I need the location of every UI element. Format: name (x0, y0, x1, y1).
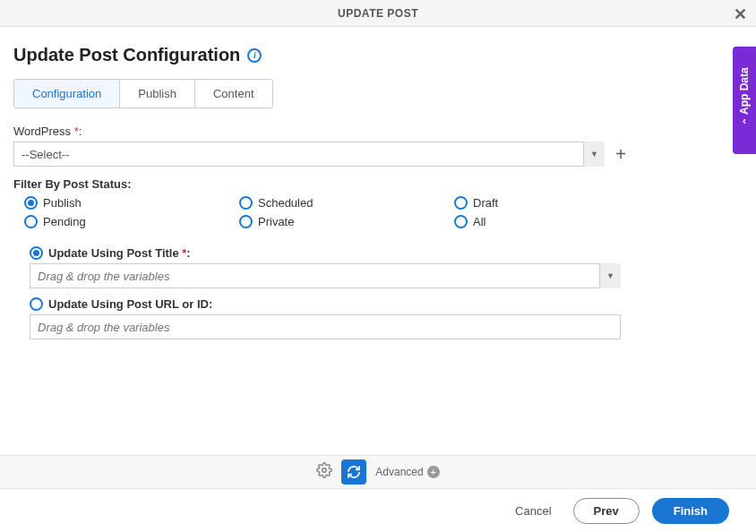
radio-update-title[interactable]: Update Using Post Title *: (30, 246, 743, 260)
info-icon[interactable]: i (247, 48, 262, 63)
close-icon[interactable]: ✕ (734, 4, 748, 24)
wordpress-select-input[interactable] (13, 142, 605, 167)
update-url-option: Update Using Post URL or ID: (30, 297, 743, 339)
modal-title: UPDATE POST (338, 7, 418, 20)
advanced-toggle[interactable]: Advanced + (375, 466, 439, 478)
radio-publish[interactable]: Publish (24, 196, 239, 210)
update-url-input-wrap (30, 314, 621, 339)
gear-icon[interactable] (316, 462, 332, 482)
radio-draft[interactable]: Draft (454, 196, 669, 210)
title-row: Update Post Configuration i (13, 45, 743, 65)
refresh-button[interactable] (341, 459, 366, 485)
radio-private[interactable]: Private (239, 215, 454, 228)
radio-icon[interactable] (454, 196, 468, 210)
footer: Cancel Prev Finish (0, 489, 756, 532)
tab-content[interactable]: Content (195, 80, 272, 107)
prev-button[interactable]: Prev (573, 498, 640, 524)
radio-icon[interactable] (30, 246, 43, 260)
svg-point-0 (322, 468, 327, 473)
radio-icon[interactable] (24, 196, 38, 210)
radio-icon[interactable] (239, 215, 253, 228)
tab-configuration[interactable]: Configuration (14, 80, 120, 107)
update-title-input-wrap: ▼ (30, 263, 621, 288)
radio-scheduled[interactable]: Scheduled (239, 196, 454, 210)
chevron-down-icon[interactable]: ▼ (599, 263, 621, 288)
radio-all[interactable]: All (454, 215, 669, 228)
wordpress-select[interactable]: ▼ (13, 142, 605, 167)
radio-icon[interactable] (239, 196, 253, 210)
radio-icon[interactable] (30, 297, 43, 311)
content-area: Update Post Configuration i Configuratio… (0, 27, 756, 339)
bottom-toolbar: Advanced + (0, 455, 756, 489)
add-wordpress-button[interactable]: + (612, 145, 630, 163)
chevron-down-icon[interactable]: ▼ (583, 142, 605, 167)
tab-publish[interactable]: Publish (120, 80, 195, 107)
wordpress-select-row: ▼ + (13, 142, 743, 167)
radio-icon[interactable] (454, 215, 468, 228)
wordpress-label: WordPress *: (13, 124, 743, 138)
filter-label: Filter By Post Status: (13, 177, 743, 191)
modal-header: UPDATE POST ✕ (0, 0, 756, 27)
cancel-button[interactable]: Cancel (506, 499, 560, 523)
tabs: Configuration Publish Content (13, 79, 273, 108)
app-data-panel-toggle[interactable]: ‹ App Data (733, 47, 756, 154)
update-title-option: Update Using Post Title *: ▼ (30, 246, 743, 288)
filter-radio-grid: Publish Scheduled Draft Pending Private … (24, 196, 743, 228)
chevron-left-icon: ‹ (743, 115, 746, 127)
page-title: Update Post Configuration (13, 45, 240, 65)
wordpress-field: WordPress *: ▼ + (13, 124, 743, 167)
radio-pending[interactable]: Pending (24, 215, 239, 228)
update-url-input[interactable] (30, 314, 621, 339)
update-title-input[interactable] (30, 263, 621, 288)
radio-icon[interactable] (24, 215, 38, 228)
finish-button[interactable]: Finish (652, 498, 729, 524)
radio-update-url[interactable]: Update Using Post URL or ID: (30, 297, 743, 311)
filter-section: Filter By Post Status: Publish Scheduled… (13, 177, 743, 228)
plus-circle-icon: + (427, 466, 440, 478)
